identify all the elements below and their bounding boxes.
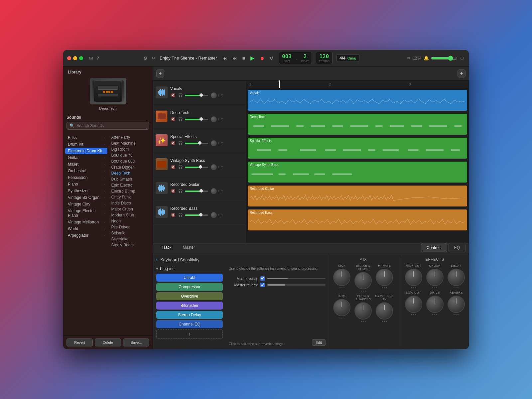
loop-button[interactable]: ↺ (268, 55, 275, 62)
tab-controls[interactable]: Controls (421, 243, 447, 252)
subcat-steely-beats[interactable]: Steely Beats (109, 242, 151, 248)
mute-button-deep-tech[interactable]: 🔇 (170, 117, 176, 122)
edit-button[interactable]: Edit (312, 339, 326, 346)
mute-button-special-effects[interactable]: 🔇 (170, 141, 176, 146)
subcat-seismic[interactable]: Seismic (109, 230, 151, 236)
volume-fader-deep-tech[interactable] (185, 119, 208, 120)
master-reverb-slider[interactable] (267, 284, 326, 286)
headphone-button-vocals[interactable]: 🎧 (178, 93, 184, 98)
scissors-icon[interactable]: ✂ (152, 56, 156, 61)
headphone-button-recorded-guitar[interactable]: 🎧 (178, 189, 184, 194)
subcat-dub-smash[interactable]: Dub Smash (109, 176, 151, 182)
tab-eq[interactable]: EQ (449, 243, 466, 252)
play-button[interactable]: ▶ (249, 54, 256, 62)
clip-vintage-synth-bass[interactable]: Vintage Synth Bass (248, 162, 467, 183)
master-echo-slider[interactable] (267, 278, 326, 279)
subcat-gritty-funk[interactable]: Gritty Funk (109, 194, 151, 200)
plugin-compressor-button[interactable]: Compressor (156, 283, 223, 291)
cymbals-knob[interactable] (376, 302, 393, 320)
crush-knob[interactable] (426, 269, 444, 286)
hihats-knob[interactable] (376, 269, 393, 286)
subcat-boutique78[interactable]: Boutique 78 (109, 152, 151, 158)
headphone-button-special-effects[interactable]: 🎧 (178, 141, 184, 146)
cat-piano[interactable]: Piano› (65, 181, 107, 188)
cat-synthesizer[interactable]: Synthesizer› (65, 188, 107, 194)
rewind-button[interactable]: ⏮ (221, 55, 228, 62)
reverb-knob[interactable] (448, 296, 465, 313)
close-button[interactable] (67, 56, 71, 60)
cat-guitar[interactable]: Guitar› (65, 154, 107, 161)
mute-button-vocals[interactable]: 🔇 (170, 93, 176, 98)
cat-world[interactable]: World› (65, 225, 107, 232)
cat-vintage-clav[interactable]: Vintage Clav› (65, 201, 107, 207)
pan-knob-vintage-synth-bass[interactable] (211, 164, 217, 170)
minimize-button[interactable] (73, 56, 77, 60)
subcat-silverlake[interactable]: Silverlake (109, 236, 151, 242)
pan-knob-special-effects[interactable] (211, 140, 217, 146)
plugin-channel-eq-button[interactable]: Channel EQ (156, 320, 223, 328)
add-track-right-button[interactable]: + (458, 69, 466, 77)
volume-fader-recorded-bass[interactable] (185, 214, 208, 216)
subcat-indie-disco[interactable]: Indie Disco (109, 200, 151, 206)
mute-button-vintage-synth-bass[interactable]: 🔇 (170, 165, 176, 170)
stop-button[interactable]: ■ (241, 55, 246, 62)
low-cut-knob[interactable] (405, 296, 422, 313)
perc-knob[interactable] (354, 302, 372, 320)
mute-button-recorded-guitar[interactable]: 🔇 (170, 189, 176, 194)
subcat-major-crush[interactable]: Major Crush (109, 206, 151, 212)
cat-bass[interactable]: Bass› (65, 134, 107, 141)
forward-button[interactable]: ⏭ (231, 55, 238, 62)
volume-fader-recorded-guitar[interactable] (185, 191, 208, 192)
add-track-left-button[interactable]: + (156, 69, 164, 77)
subcat-epic-electro[interactable]: Epic Electro (109, 182, 151, 188)
tempo-display[interactable]: 120 TEMPO (316, 52, 332, 64)
subcat-deep-tech[interactable]: Deep Tech (109, 170, 151, 176)
search-box[interactable]: 🔍 (66, 122, 149, 130)
save-button[interactable]: Save... (123, 338, 149, 346)
delete-button[interactable]: Delete (95, 338, 121, 346)
clip-recorded-guitar[interactable]: Recorded Guitar (248, 186, 467, 206)
help-icon[interactable]: ? (96, 56, 99, 61)
clip-special-effects[interactable]: Special Effects (248, 138, 467, 159)
cat-drum-kit[interactable]: Drum Kit› (65, 141, 107, 148)
headphone-button-deep-tech[interactable]: 🎧 (178, 117, 184, 122)
toms-knob[interactable] (333, 299, 350, 316)
kick-knob[interactable] (333, 269, 350, 286)
cat-vintage-b3[interactable]: Vintage B3 Organ› (65, 194, 107, 201)
drive-knob[interactable] (426, 296, 444, 313)
plugin-ultrabt-button[interactable]: Ultrabt (156, 274, 223, 282)
plugin-bitcrusher-button[interactable]: Bitcrusher (156, 302, 223, 310)
high-cut-knob[interactable] (405, 269, 422, 286)
cat-vintage-mellotron[interactable]: Vintage Mellotron› (65, 219, 107, 225)
cat-mallet[interactable]: Mallet› (65, 161, 107, 168)
pan-knob-deep-tech[interactable] (211, 116, 217, 122)
volume-fader-vintage-synth-bass[interactable] (185, 167, 208, 168)
cat-orchestral[interactable]: Orchestral› (65, 168, 107, 174)
subcat-boutique808[interactable]: Boutique 808 (109, 158, 151, 164)
mail-icon[interactable]: ✉ (89, 56, 93, 61)
headphone-button-recorded-bass[interactable]: 🎧 (178, 212, 184, 217)
volume-fader-vocals[interactable] (185, 95, 208, 96)
subcat-big-room[interactable]: Big Room (109, 146, 151, 152)
subcat-neon[interactable]: Neon (109, 218, 151, 224)
smiley-icon[interactable]: ☺ (460, 55, 465, 61)
cat-electronic-drum-kit[interactable]: Electronic Drum Kit› (65, 148, 107, 154)
settings-icon[interactable]: ⚙ (143, 56, 148, 61)
cat-vintage-ep[interactable]: Vintage Electric Piano› (65, 207, 107, 219)
subcat-pile-driver[interactable]: Pile Driver (109, 224, 151, 230)
master-echo-checkbox[interactable] (260, 276, 265, 281)
master-reverb-checkbox[interactable] (260, 283, 265, 287)
plugin-stereo-delay-button[interactable]: Stereo Delay (156, 311, 223, 319)
revert-button[interactable]: Revert (66, 338, 93, 346)
tab-track[interactable]: Track (156, 243, 177, 254)
search-input[interactable] (76, 123, 146, 128)
cat-arpeggiator[interactable]: Arpeggiator› (65, 232, 107, 239)
clip-deep-tech[interactable]: Deep Tech (248, 114, 467, 135)
time-signature[interactable]: 4/4 Cmaj (336, 54, 359, 62)
add-plugin-button[interactable]: + (156, 330, 223, 339)
maximize-button[interactable] (79, 56, 83, 60)
pan-knob-vocals[interactable] (211, 92, 217, 98)
subcat-after-party[interactable]: After Party (109, 134, 151, 140)
clip-recorded-bass[interactable]: Recorded Bass (248, 209, 467, 230)
record-button[interactable]: ⏺ (258, 55, 266, 62)
